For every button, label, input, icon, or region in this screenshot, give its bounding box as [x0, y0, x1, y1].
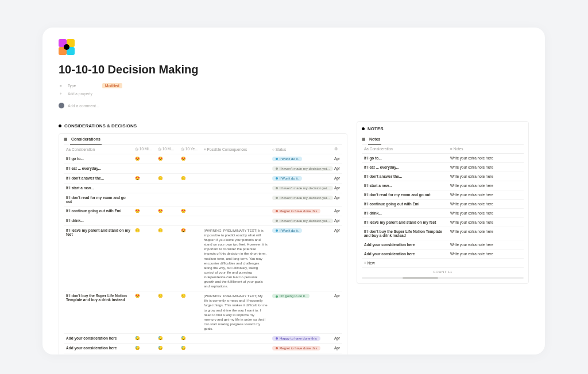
table-row[interactable]: If I continue going out with EmiWrite yo…: [362, 200, 524, 209]
horizontal-scrollbar[interactable]: [362, 277, 524, 279]
bullet-icon: [362, 127, 365, 130]
table-row[interactable]: If I drink...Write your extra note here: [362, 209, 524, 218]
database-tabs: ▦ Considerations: [64, 136, 342, 145]
table-row[interactable]: If I leave my parent and stand on my fee…: [362, 218, 524, 227]
table-icon: ▦: [64, 137, 68, 141]
table-row[interactable]: If I don't buy the Super Life Notion Tem…: [64, 291, 342, 334]
table-row[interactable]: Add your consideration here😓😓😓Happy to h…: [64, 333, 342, 343]
table-row[interactable]: If I start a new...Write your extra note…: [362, 181, 524, 190]
table-row[interactable]: If I don't answer the...Write your extra…: [362, 172, 524, 181]
col-10months[interactable]: ◷ 10 Months: [156, 145, 179, 154]
table-row[interactable]: If I go to...Write your extra note here: [362, 154, 524, 163]
tab-considerations[interactable]: Considerations: [70, 136, 102, 142]
col-consideration[interactable]: AaConsideration: [64, 145, 133, 154]
notes-heading: NOTES: [362, 126, 524, 131]
new-row-button[interactable]: + New: [362, 259, 524, 268]
table-row[interactable]: If I don't read for my exam and go outWr…: [362, 190, 524, 200]
considerations-heading: CONSIDERATIONS & DECISIONS: [59, 123, 347, 128]
tab-notes[interactable]: Notes: [368, 136, 381, 142]
table-row[interactable]: Add your consideration here😓😓😓Regret to …: [64, 343, 342, 353]
add-comment-row[interactable]: Add a comment...: [59, 103, 529, 113]
page-title[interactable]: 10-10-10 Decision Making: [59, 63, 529, 76]
plus-icon: +: [59, 92, 63, 96]
new-row-button[interactable]: + New: [64, 353, 342, 354]
col-10years[interactable]: ◷ 10 Years: [179, 145, 202, 154]
bullet-icon: [59, 124, 61, 127]
table-row[interactable]: If I continue going out with Emi😍😍😍Regre…: [64, 207, 342, 216]
app-window: 10-10-10 Decision Making ≡ Type Modified…: [42, 28, 545, 354]
table-row[interactable]: If I go to...😍😍😍I Won't do it.Apr: [64, 154, 342, 164]
property-type-row[interactable]: ≡ Type Modified: [59, 83, 529, 88]
scrollbar-thumb[interactable]: [403, 277, 438, 279]
table-row[interactable]: If I drink...I haven't made my decision …: [64, 216, 342, 226]
gear-icon: ⚙: [334, 147, 338, 151]
notes-panel: NOTES ▦ Notes Aa Consideration ≡ Notes I…: [357, 121, 529, 284]
add-property-button[interactable]: + Add a property: [59, 92, 529, 96]
col-settings[interactable]: ⚙: [332, 145, 342, 154]
page-icon[interactable]: [59, 39, 75, 55]
table-row[interactable]: If I start a new...I haven't made my dec…: [64, 184, 342, 193]
table-row[interactable]: If I eat ... everyday...Write your extra…: [362, 163, 524, 172]
table-row[interactable]: If I eat ... everyday...I haven't made m…: [64, 164, 342, 174]
col-10min[interactable]: ◷ 10 Minutes: [133, 145, 156, 154]
notes-table: Aa Consideration ≡ Notes If I go to...Wr…: [362, 145, 524, 268]
col-notes[interactable]: ≡ Notes: [448, 145, 524, 154]
considerations-panel: CONSIDERATIONS & DECISIONS ▦ Considerati…: [59, 121, 347, 354]
considerations-table: AaConsideration ◷ 10 Minutes ◷ 10 Months…: [64, 145, 342, 354]
col-note-consideration[interactable]: Aa Consideration: [362, 145, 448, 154]
table-row[interactable]: Add your consideration hereWrite your ex…: [362, 240, 524, 250]
table-row[interactable]: If I don't answer the...😍😐😐I Won't do it…: [64, 174, 342, 184]
list-icon: ≡: [59, 84, 63, 88]
property-type-label: Type: [68, 84, 76, 88]
notes-count-value: 11: [448, 270, 452, 274]
table-row[interactable]: Add your consideration hereWrite your ex…: [362, 250, 524, 259]
avatar: [59, 103, 64, 108]
table-row[interactable]: If I don't read for my exam and go outI …: [64, 193, 342, 207]
notes-count-label: COUNT: [433, 270, 447, 274]
property-type-value[interactable]: Modified: [102, 83, 122, 88]
col-status[interactable]: ○ Status: [270, 145, 332, 154]
table-icon: ▦: [362, 137, 366, 141]
col-consequences[interactable]: ≡ Possible Consequences: [202, 145, 270, 154]
table-row[interactable]: If I don't buy the Super Life Notion Tem…: [362, 227, 524, 240]
table-row[interactable]: If I leave my parent and stand on my fee…: [64, 226, 342, 291]
